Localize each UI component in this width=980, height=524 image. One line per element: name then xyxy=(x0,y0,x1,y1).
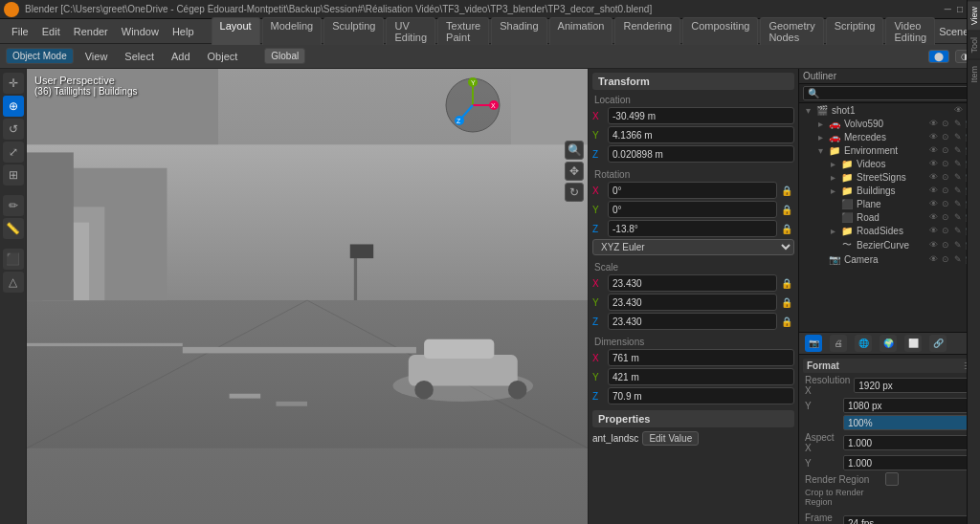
scale-y-input[interactable] xyxy=(608,294,777,311)
outliner-search-input[interactable] xyxy=(803,86,976,100)
tab-sculpting[interactable]: Sculpting xyxy=(323,17,384,45)
sz-label: Z xyxy=(592,317,604,327)
transform-panel-header[interactable]: Transform xyxy=(592,73,794,90)
tab-rendering[interactable]: Rendering xyxy=(614,17,680,45)
scene-tab-icon[interactable]: 🌐 xyxy=(855,335,872,352)
outliner-item-streetsigns[interactable]: ▸ 📁 StreetSigns 👁⊙✎📷 xyxy=(799,170,980,184)
outliner-search-row xyxy=(799,84,980,103)
object-menu[interactable]: Object xyxy=(202,49,244,64)
rotation-section: Rotation X 🔒 Y 🔒 Z 🔒 xyxy=(592,168,794,255)
tab-video-editing[interactable]: Video Editing xyxy=(885,17,935,45)
frame-rate-input[interactable] xyxy=(843,515,974,524)
outliner-item-roadsides[interactable]: ▸ 📁 RoadSides 👁⊙✎📷 xyxy=(799,224,980,237)
aspect-x-input[interactable] xyxy=(843,435,974,450)
n-panel: Transform Location X Y Z xyxy=(588,69,798,524)
dim-x-row: X xyxy=(592,349,794,366)
menu-file[interactable]: File xyxy=(6,24,34,39)
res-x-input[interactable] xyxy=(854,378,980,393)
res-pct-input[interactable] xyxy=(843,415,974,430)
world-tab-icon[interactable]: 🌍 xyxy=(880,335,897,352)
second-toolbar: Object Mode View Select Add Object Globa… xyxy=(0,44,980,69)
tab-uv-editing[interactable]: UV Editing xyxy=(386,17,435,45)
location-x-input[interactable] xyxy=(608,107,794,124)
tab-compositing[interactable]: Compositing xyxy=(682,17,758,45)
annotate-tool[interactable]: ✏ xyxy=(3,195,24,216)
gizmo-widget[interactable]: Y X Z xyxy=(444,76,501,136)
transform-global-btn[interactable]: Global xyxy=(264,48,305,64)
measure-tool[interactable]: 📏 xyxy=(3,218,24,239)
rotation-x-input[interactable] xyxy=(608,182,777,199)
tab-shading[interactable]: Shading xyxy=(491,17,546,45)
dim-y-row: Y xyxy=(592,368,794,385)
edit-value-btn[interactable]: Edit Value xyxy=(642,431,699,446)
menu-edit[interactable]: Edit xyxy=(36,24,66,39)
location-z-input[interactable] xyxy=(608,145,794,163)
add-cube-tool[interactable]: ⬛ xyxy=(3,249,24,270)
pan-btn[interactable]: ✥ xyxy=(565,162,584,181)
properties-header-row[interactable]: Properties xyxy=(592,410,794,427)
render-region-checkbox[interactable] xyxy=(885,472,899,486)
aspect-y-input[interactable] xyxy=(843,455,974,470)
rotation-label: Rotation xyxy=(592,168,794,182)
rotation-z-input[interactable] xyxy=(608,220,777,237)
tab-layout[interactable]: Layout xyxy=(212,17,260,45)
outliner: Outliner ⚙ ▾ 🎬 shot1 👁⊙ ▸ 🚗 Vol xyxy=(799,69,980,333)
outliner-item-camera[interactable]: 📷 Camera 👁⊙✎📷 xyxy=(799,252,980,266)
select-menu[interactable]: Select xyxy=(119,49,160,64)
res-x-label: Resolution X xyxy=(805,375,850,396)
tab-geometry-nodes[interactable]: Geometry Nodes xyxy=(760,17,823,45)
outliner-item-volvo[interactable]: ▸ 🚗 Volvo590 👁⊙✎📷 xyxy=(799,117,980,130)
tab-modeling[interactable]: Modeling xyxy=(262,17,323,45)
transform-tool[interactable]: ⊞ xyxy=(3,164,24,186)
dim-y-input[interactable] xyxy=(608,368,794,385)
rotate-tool[interactable]: ↺ xyxy=(3,119,24,140)
viewport[interactable]: User Perspective (36) Taillights | Build… xyxy=(27,69,588,524)
res-y-input[interactable] xyxy=(843,398,974,413)
dx-label: X xyxy=(592,353,604,363)
rotation-y-input[interactable] xyxy=(608,201,777,218)
output-tab-icon[interactable]: 🖨 xyxy=(830,335,847,352)
outliner-item-videos[interactable]: ▸ 📁 Videos 👁⊙✎📷 xyxy=(799,157,980,170)
dim-z-row: Z xyxy=(592,387,794,404)
outliner-item-environment[interactable]: ▾ 📁 Environment 👁⊙✎📷 xyxy=(799,143,980,157)
viewport-overlay-btns: 🔍 ✥ ↻ xyxy=(565,141,584,202)
scale-tool[interactable]: ⤢ xyxy=(3,142,24,163)
constraint-tab-icon[interactable]: 🔗 xyxy=(929,335,947,352)
object-tab-icon[interactable]: ⬜ xyxy=(904,335,922,352)
scale-z-input[interactable] xyxy=(608,313,777,330)
scale-x-input[interactable] xyxy=(608,274,777,292)
add-mesh-tool[interactable]: △ xyxy=(3,272,24,293)
overlay-toggle[interactable]: ⬤ xyxy=(928,50,949,63)
menu-render[interactable]: Render xyxy=(68,24,114,39)
outliner-item-plane[interactable]: ⬛ Plane 👁⊙✎📷 xyxy=(799,197,980,210)
move-tool[interactable]: ⊕ xyxy=(3,96,24,117)
menu-window[interactable]: Window xyxy=(116,24,165,39)
scale-section: Scale X 🔒 Y 🔒 Z 🔒 xyxy=(592,261,794,330)
outliner-item-buildings[interactable]: ▸ 📁 Buildings 👁⊙✎📷 xyxy=(799,184,980,197)
tab-animation[interactable]: Animation xyxy=(549,17,613,45)
tab-texture-paint[interactable]: Texture Paint xyxy=(437,17,489,45)
dim-x-input[interactable] xyxy=(608,349,794,366)
outliner-item-shot1[interactable]: ▾ 🎬 shot1 👁⊙ xyxy=(799,103,980,117)
outliner-item-beziercurve[interactable]: 〜 BezierCurve 👁⊙✎📷 xyxy=(799,237,980,252)
format-section-header[interactable]: Format ☰ xyxy=(803,359,976,373)
euler-mode-select[interactable]: XYZ Euler xyxy=(592,239,794,255)
rz-lock: 🔒 xyxy=(781,224,794,234)
add-menu[interactable]: Add xyxy=(166,49,196,64)
cursor-tool[interactable]: ✛ xyxy=(3,73,24,94)
outliner-item-mercedes[interactable]: ▸ 🚗 Mercedes 👁⊙✎📷 xyxy=(799,130,980,143)
dim-z-input[interactable] xyxy=(608,387,794,404)
prop-name-value: ant_landsc xyxy=(592,433,638,444)
format-section: Format ☰ Resolution X Y xyxy=(803,359,976,507)
location-label: Location xyxy=(592,94,794,107)
location-y-input[interactable] xyxy=(608,126,794,143)
view-menu[interactable]: View xyxy=(79,49,114,64)
render-tab-icon[interactable]: 📷 xyxy=(805,335,822,352)
outliner-item-road[interactable]: ⬛ Road 👁⊙✎📷 xyxy=(799,210,980,224)
streetsigns-name: StreetSigns xyxy=(857,172,924,183)
menu-help[interactable]: Help xyxy=(167,24,200,39)
mode-select[interactable]: Object Mode xyxy=(6,48,74,64)
tab-scripting[interactable]: Scripting xyxy=(826,17,884,45)
orbit-btn[interactable]: ↻ xyxy=(565,183,584,202)
zoom-btn[interactable]: 🔍 xyxy=(565,141,584,160)
